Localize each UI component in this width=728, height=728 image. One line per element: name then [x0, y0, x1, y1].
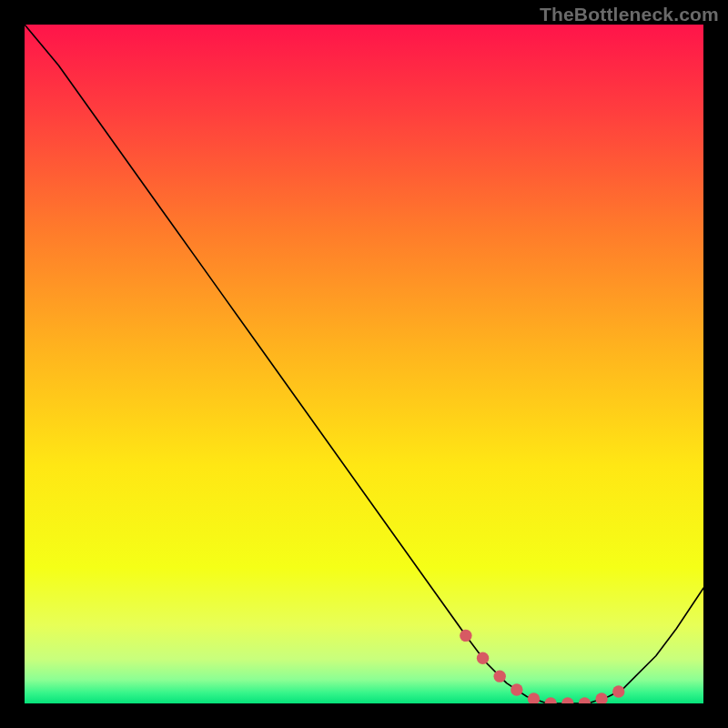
optimal-marker-dot: [612, 685, 624, 697]
optimal-marker-dot: [477, 652, 489, 664]
chart-frame: TheBottleneck.com: [0, 0, 728, 728]
bottleneck-chart: [25, 25, 703, 703]
optimal-marker-dot: [493, 670, 505, 682]
watermark-text: TheBottleneck.com: [540, 4, 719, 25]
optimal-marker-dot: [460, 630, 471, 642]
gradient-background: [25, 25, 703, 703]
optimal-marker-dot: [511, 683, 522, 695]
